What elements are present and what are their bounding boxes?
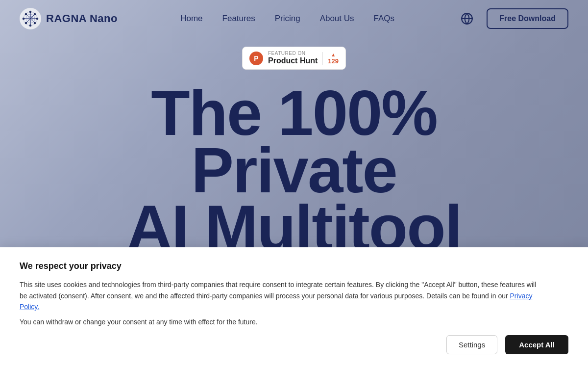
nav-item-home[interactable]: Home	[180, 14, 202, 24]
product-hunt-featured-label: FEATURED ON	[268, 51, 318, 56]
cookie-buttons: Settings Accept All	[20, 335, 568, 354]
product-hunt-icon: P	[249, 52, 263, 65]
svg-point-13	[34, 13, 36, 15]
cookie-settings-button[interactable]: Settings	[446, 335, 497, 354]
svg-point-11	[37, 18, 38, 19]
svg-point-9	[30, 25, 31, 26]
product-hunt-count: 129	[328, 57, 339, 65]
nav-item-features[interactable]: Features	[222, 14, 255, 24]
cookie-withdraw-text: You can withdraw or change your consent …	[20, 316, 568, 327]
globe-icon	[461, 12, 473, 25]
logo-text: RAGNA Nano	[46, 12, 118, 25]
hero-line-2: Private	[126, 142, 462, 199]
product-hunt-badge[interactable]: P FEATURED ON Product Hunt ▲ 129	[242, 47, 346, 70]
svg-point-14	[25, 22, 27, 24]
nav-right: Free Download	[457, 8, 568, 29]
product-hunt-arrow: ▲	[331, 52, 336, 57]
nav-item-about[interactable]: About Us	[320, 14, 354, 24]
svg-point-8	[30, 11, 31, 12]
cookie-accept-all-button[interactable]: Accept All	[505, 335, 568, 354]
free-download-button[interactable]: Free Download	[487, 8, 568, 29]
cookie-banner: We respect your privacy This site uses c…	[0, 247, 588, 368]
nav-item-faqs[interactable]: FAQs	[374, 14, 395, 24]
product-hunt-votes: ▲ 129	[322, 52, 339, 65]
product-hunt-text: FEATURED ON Product Hunt	[268, 51, 318, 65]
logo-icon	[20, 8, 41, 29]
nav-links: Home Features Pricing About Us FAQs	[180, 14, 394, 24]
hero-content: P FEATURED ON Product Hunt ▲ 129 The 100…	[0, 37, 588, 257]
nav-item-pricing[interactable]: Pricing	[275, 14, 300, 24]
cookie-body: This site uses cookies and technologies …	[20, 279, 541, 312]
svg-point-10	[23, 18, 24, 19]
product-hunt-name: Product Hunt	[268, 56, 318, 65]
cookie-title: We respect your privacy	[20, 261, 568, 271]
svg-point-12	[25, 13, 27, 15]
hero-line-1: The 100%	[126, 84, 462, 142]
language-button[interactable]	[457, 9, 477, 28]
logo[interactable]: RAGNA Nano	[20, 8, 118, 29]
svg-point-15	[34, 22, 36, 24]
hero-headline: The 100% Private AI Multitool	[126, 84, 462, 257]
navbar: RAGNA Nano Home Features Pricing About U…	[0, 0, 588, 37]
